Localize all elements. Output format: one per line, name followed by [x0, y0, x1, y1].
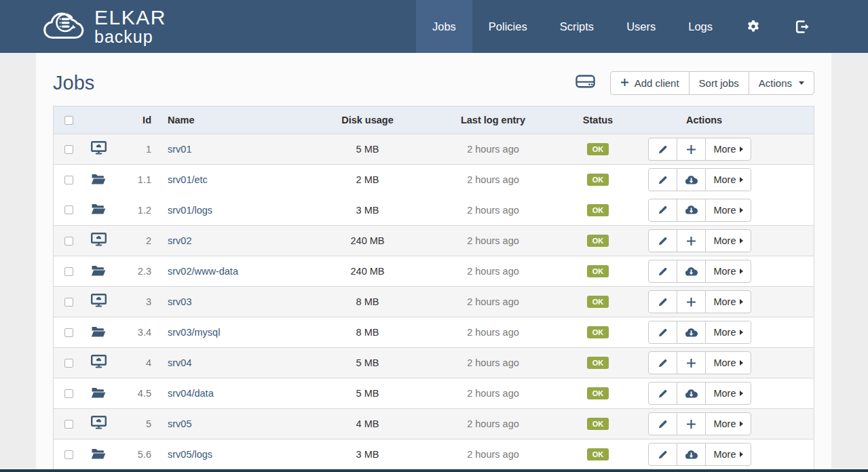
row-checkbox[interactable]: [64, 450, 73, 459]
job-name-link[interactable]: srv01/etc: [168, 174, 208, 185]
job-name-link[interactable]: srv05: [168, 418, 191, 429]
more-button[interactable]: More: [705, 412, 751, 435]
add-job-button[interactable]: [677, 138, 706, 161]
table-header-row: Id Name Disk usage Last log entry Status…: [54, 106, 814, 134]
row-checkbox[interactable]: [64, 205, 73, 214]
job-folder-icon: [91, 264, 106, 279]
edit-button[interactable]: [648, 199, 677, 222]
edit-button[interactable]: [648, 351, 677, 374]
chevron-right-icon: [740, 269, 743, 274]
logout-icon[interactable]: [778, 0, 827, 53]
more-button[interactable]: More: [705, 199, 751, 222]
job-name-link[interactable]: srv02: [168, 235, 191, 246]
job-name-link[interactable]: srv03/mysql: [168, 327, 220, 338]
row-actions-group: More: [648, 260, 751, 283]
actions-label: Actions: [759, 77, 792, 89]
add-job-button[interactable]: [677, 351, 706, 374]
more-button[interactable]: More: [705, 382, 751, 405]
row-checkbox[interactable]: [64, 145, 73, 154]
chevron-right-icon: [740, 208, 743, 213]
header-id: Id: [113, 115, 151, 125]
header-disk-usage: Disk usage: [298, 115, 437, 125]
row-checkbox[interactable]: [64, 328, 73, 337]
chevron-right-icon: [740, 146, 743, 152]
restore-button[interactable]: [677, 321, 706, 344]
job-id: 4.5: [113, 388, 151, 399]
row-actions-group: More: [648, 229, 751, 252]
disk-usage-value: 4 MB: [298, 418, 437, 429]
nav-item-scripts[interactable]: Scripts: [544, 0, 610, 53]
more-label: More: [713, 144, 736, 155]
last-log-entry-value: 2 hours ago: [437, 388, 549, 399]
edit-button[interactable]: [648, 443, 677, 466]
more-button[interactable]: More: [705, 443, 751, 466]
job-name-link[interactable]: srv05/logs: [168, 449, 212, 460]
job-name-link[interactable]: srv04/data: [168, 388, 214, 399]
row-checkbox[interactable]: [64, 237, 73, 245]
more-button[interactable]: More: [705, 229, 751, 252]
more-label: More: [713, 388, 736, 399]
job-name-link[interactable]: srv01/logs: [168, 205, 212, 216]
more-button[interactable]: More: [705, 168, 751, 191]
more-label: More: [713, 266, 736, 277]
edit-button[interactable]: [648, 412, 677, 435]
job-id: 1.1: [113, 174, 151, 185]
row-checkbox[interactable]: [64, 359, 73, 368]
edit-button[interactable]: [648, 382, 677, 405]
job-id: 3: [113, 296, 151, 307]
more-button[interactable]: More: [705, 138, 751, 161]
restore-button[interactable]: [677, 260, 706, 283]
brand-logo[interactable]: ELKAR backup: [37, 0, 166, 53]
job-id: 5: [113, 418, 151, 429]
row-checkbox[interactable]: [64, 420, 73, 429]
table-row: 1.2 srv01/logs 3 MB 2 hours ago OK More: [54, 195, 814, 225]
job-id: 2.3: [113, 266, 151, 277]
edit-button[interactable]: [648, 321, 677, 344]
table-row: 4 srv04 5 MB 2 hours ago OK More: [54, 347, 814, 378]
more-button[interactable]: More: [705, 321, 751, 344]
edit-button[interactable]: [648, 260, 677, 283]
add-client-button[interactable]: Add client: [610, 71, 690, 95]
add-job-button[interactable]: [677, 229, 706, 252]
sort-jobs-button[interactable]: Sort jobs: [689, 71, 749, 95]
row-checkbox[interactable]: [64, 267, 73, 276]
restore-button[interactable]: [677, 382, 706, 405]
row-checkbox[interactable]: [64, 298, 73, 307]
nav-item-policies[interactable]: Policies: [472, 0, 544, 53]
disk-usage-value: 5 MB: [298, 144, 437, 155]
more-button[interactable]: More: [705, 260, 751, 283]
job-name-link[interactable]: srv04: [168, 357, 191, 368]
restore-button[interactable]: [677, 443, 706, 466]
job-name-link[interactable]: srv03: [168, 296, 191, 307]
row-checkbox[interactable]: [64, 176, 73, 184]
job-name-link[interactable]: srv02/www-data: [168, 266, 238, 277]
restore-button[interactable]: [677, 168, 706, 191]
select-all-checkbox[interactable]: [64, 116, 73, 125]
job-name-link[interactable]: srv01: [168, 144, 191, 155]
disk-usage-value: 240 MB: [298, 266, 437, 277]
more-button[interactable]: More: [705, 351, 751, 374]
restore-button[interactable]: [677, 199, 706, 222]
edit-button[interactable]: [648, 138, 677, 161]
actions-dropdown-button[interactable]: Actions: [749, 71, 814, 95]
client-monitor-icon: [91, 355, 107, 371]
add-job-button[interactable]: [677, 412, 706, 435]
edit-button[interactable]: [648, 229, 677, 252]
row-checkbox[interactable]: [64, 389, 73, 398]
chevron-right-icon: [740, 421, 743, 427]
table-row: 1 srv01 5 MB 2 hours ago OK More: [54, 134, 814, 164]
status-badge: OK: [587, 235, 609, 247]
more-label: More: [713, 418, 736, 429]
jobs-table: Id Name Disk usage Last log entry Status…: [53, 106, 814, 472]
edit-button[interactable]: [648, 168, 677, 191]
sort-jobs-label: Sort jobs: [699, 77, 739, 89]
row-actions-group: More: [648, 168, 751, 191]
nav-item-logs[interactable]: Logs: [672, 0, 729, 53]
nav-item-jobs[interactable]: Jobs: [416, 0, 472, 53]
edit-button[interactable]: [648, 290, 677, 313]
add-job-button[interactable]: [677, 290, 706, 313]
more-button[interactable]: More: [705, 290, 751, 313]
more-label: More: [713, 174, 736, 185]
nav-item-users[interactable]: Users: [610, 0, 672, 53]
settings-icon[interactable]: [729, 0, 778, 53]
